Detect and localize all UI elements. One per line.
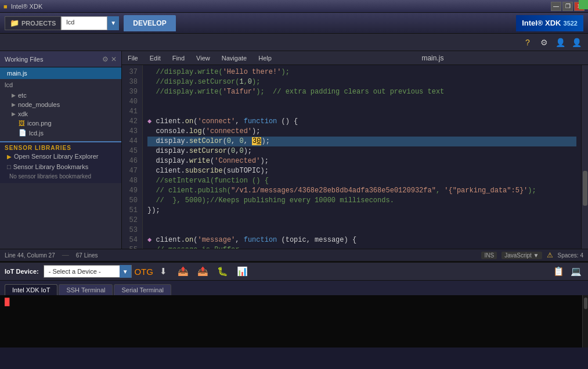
- sidebar-item-lcd-js[interactable]: 📄 lcd.js: [0, 128, 121, 138]
- arrow-icon: ▶: [12, 102, 16, 108]
- editor-area: File Edit Find View Navigate Help main.j…: [122, 51, 588, 249]
- iot-debug-icon[interactable]: 🐛: [215, 264, 230, 279]
- sidebar-close-icon[interactable]: ✕: [111, 55, 117, 63]
- device-select-arrow[interactable]: ▼: [120, 265, 131, 278]
- menu-bar: File Edit Find View Navigate Help main.j…: [122, 51, 588, 65]
- menu-find[interactable]: Find: [167, 51, 190, 65]
- working-file-label: main.js: [7, 70, 27, 77]
- sidebar-item-xdk[interactable]: ▶ xdk: [0, 109, 121, 119]
- sidebar-settings-icon[interactable]: ⚙: [102, 55, 109, 63]
- sensor-bookmark-item[interactable]: □ Sensor Library Bookmarks: [5, 162, 117, 172]
- project-dropdown-arrow[interactable]: ▼: [107, 16, 119, 30]
- working-file-main-js[interactable]: main.js: [0, 67, 121, 79]
- status-right: INS JavaScript ▼ ⚠ Spaces: 4: [481, 251, 583, 259]
- terminal-scrollbar[interactable]: [582, 295, 588, 347]
- projects-label: PROJECTS: [21, 20, 56, 27]
- title-bar-title: Intel® XDK: [11, 3, 551, 10]
- total-lines: 67 Lines: [76, 252, 98, 259]
- device-select[interactable]: - Select a Device - ▼: [44, 265, 132, 278]
- settings-icon-btn[interactable]: ⚙: [537, 35, 551, 49]
- sidebar-item-label: etc: [18, 92, 27, 99]
- editor-filename: main.js: [277, 54, 588, 62]
- bookmark-icon: □: [7, 163, 11, 170]
- terminal-cursor: █: [5, 298, 9, 307]
- file-icon: 🖼: [19, 120, 25, 127]
- title-bar: ■ Intel® XDK — ❐ ✕: [0, 0, 588, 13]
- iot-upload-icon[interactable]: 📤: [176, 264, 191, 279]
- top-toolbar: 📁 PROJECTS lcd ▼ DEVELOP Intel® XDK 3522: [0, 13, 588, 34]
- sidebar-item-icon-png[interactable]: 🖼 icon.png: [0, 119, 121, 128]
- sidebar-header: Working Files ⚙ ✕: [0, 51, 121, 67]
- iot-label: IoT Device:: [5, 268, 39, 275]
- iot-run-icon[interactable]: 📤: [196, 264, 211, 279]
- develop-tab[interactable]: DEVELOP: [124, 15, 175, 31]
- sensor-bookmark-label: Sensor Library Bookmarks: [13, 163, 89, 170]
- minimize-button[interactable]: —: [551, 2, 561, 11]
- sidebar-header-icons: ⚙ ✕: [102, 55, 117, 63]
- arrow-icon: ▶: [7, 153, 12, 160]
- sensor-explorer-item[interactable]: ▶ Open Sensor Library Explorer: [5, 151, 117, 162]
- terminal-output[interactable]: █: [0, 295, 582, 347]
- line-numbers: 3738394041 4243444546 4748495051 5253545…: [122, 65, 143, 249]
- menu-help[interactable]: Help: [252, 51, 277, 65]
- menu-navigate[interactable]: Navigate: [216, 51, 252, 65]
- no-sensor-label: No sensor libraries bookmarked: [5, 172, 117, 181]
- iot-right-icons: 📋 💻: [551, 264, 583, 279]
- help-icon-btn[interactable]: ?: [521, 35, 535, 49]
- iot-files-icon[interactable]: 📋: [551, 264, 566, 279]
- warning-icon: ⚠: [547, 251, 553, 259]
- iot-terminal-icon[interactable]: 💻: [568, 264, 583, 279]
- working-files-title: Working Files: [5, 56, 43, 63]
- folder-icon: 📁: [10, 19, 19, 27]
- iot-panel: IoT Device: - Select a Device - ▼ OTG ⬇ …: [0, 261, 588, 280]
- maximize-button[interactable]: ❐: [562, 2, 573, 11]
- sidebar: Working Files ⚙ ✕ main.js lcd ▶ etc ▶ no…: [0, 51, 122, 249]
- arrow-icon: ▶: [12, 111, 16, 117]
- ins-mode-badge: INS: [481, 252, 497, 259]
- menu-edit[interactable]: Edit: [144, 51, 167, 65]
- sidebar-item-label: node_modules: [18, 101, 60, 108]
- sidebar-item-etc[interactable]: ▶ etc: [0, 91, 121, 100]
- status-bar: Line 44, Column 27 — 67 Lines INS JavaSc…: [0, 249, 588, 261]
- sidebar-item-label: lcd.js: [29, 130, 44, 137]
- sensor-section: SENSOR LIBRARIES ▶ Open Sensor Library E…: [0, 141, 121, 183]
- sidebar-tree-root: lcd: [0, 79, 121, 91]
- tab-intel-xdk-iot[interactable]: Intel XDK IoT: [5, 284, 57, 295]
- sidebar-item-label: xdk: [18, 110, 28, 117]
- projects-button[interactable]: 📁 PROJECTS: [5, 16, 61, 30]
- language-badge: JavaScript ▼: [502, 252, 542, 259]
- code-content[interactable]: //display.write('Hello there!'); //displ…: [143, 65, 581, 249]
- iot-orange-icon[interactable]: OTG: [136, 264, 151, 279]
- sidebar-item-label: icon.png: [27, 120, 52, 127]
- sidebar-item-node-modules[interactable]: ▶ node_modules: [0, 100, 121, 109]
- account-icon-btn[interactable]: 👤: [569, 35, 583, 49]
- terminal-area: █: [0, 295, 588, 347]
- tab-ssh-terminal[interactable]: SSH Terminal: [59, 284, 113, 295]
- menu-file[interactable]: File: [122, 51, 144, 65]
- iot-profile-icon[interactable]: 📊: [235, 264, 250, 279]
- main-layout: Working Files ⚙ ✕ main.js lcd ▶ etc ▶ no…: [0, 51, 588, 249]
- title-bar-icon: ■: [3, 3, 8, 10]
- iot-download-icon[interactable]: ⬇: [156, 264, 171, 279]
- devices-icon-btn[interactable]: 👤: [553, 35, 567, 49]
- code-editor[interactable]: 3738394041 4243444546 4748495051 5253545…: [122, 65, 588, 249]
- tab-serial-terminal[interactable]: Serial Terminal: [114, 284, 171, 295]
- vertical-scrollbar[interactable]: [581, 65, 588, 249]
- version-label: 3522: [564, 20, 578, 27]
- file-icon: 📄: [19, 129, 27, 137]
- arrow-icon: ▶: [12, 92, 16, 98]
- icon-toolbar: ? ⚙ 👤 👤: [0, 34, 588, 51]
- device-select-text: - Select a Device -: [44, 268, 120, 275]
- intel-xdk-badge: Intel® XDK 3522: [516, 15, 583, 31]
- menu-view[interactable]: View: [190, 51, 216, 65]
- spaces-label: Spaces: 4: [558, 252, 583, 259]
- sensor-title: SENSOR LIBRARIES: [5, 145, 117, 151]
- sensor-explorer-label: Open Sensor Library Explorer: [14, 153, 99, 160]
- cursor-position: Line 44, Column 27: [5, 252, 55, 259]
- scrollbar-thumb[interactable]: [583, 171, 587, 206]
- terminal-scrollbar-thumb[interactable]: [584, 298, 587, 309]
- green-indicator[interactable]: [579, 0, 588, 9]
- project-name[interactable]: lcd: [61, 16, 107, 30]
- terminal-tabs: Intel XDK IoT SSH Terminal Serial Termin…: [0, 280, 588, 295]
- brand-label: Intel® XDK: [522, 19, 561, 27]
